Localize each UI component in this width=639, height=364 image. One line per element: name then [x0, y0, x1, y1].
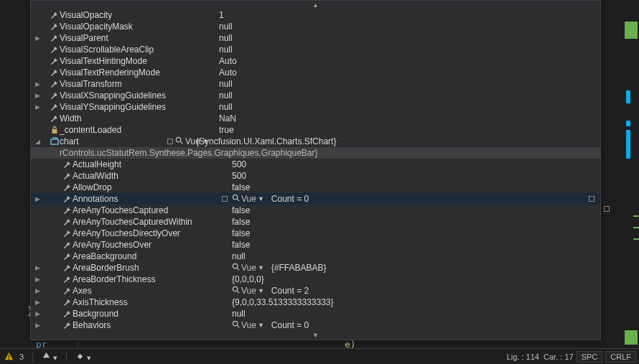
property-row[interactable]: ▶VisualXSnappingGuidelinesnull — [31, 90, 600, 101]
gutter-mark — [626, 121, 630, 126]
property-name: VisualXSnappingGuidelines — [60, 90, 166, 101]
property-value: false — [232, 182, 250, 192]
property-row[interactable]: AreAnyTouchesOverfalse — [31, 239, 600, 251]
property-name: AreAnyTouchesDirectlyOver — [73, 228, 180, 238]
property-value: null — [232, 251, 246, 261]
expander-icon[interactable]: ▶ — [34, 195, 41, 202]
wrench-icon — [50, 103, 60, 111]
expander-icon[interactable]: ▶ — [34, 287, 41, 294]
pin-icon[interactable] — [167, 139, 173, 144]
wrench-icon — [62, 172, 73, 180]
expand-snippet-icon[interactable] — [604, 206, 610, 212]
property-name: Axes — [73, 286, 92, 296]
pin-icon[interactable] — [589, 196, 594, 202]
property-name: VisualTextHintingMode — [60, 56, 147, 66]
wrench-icon — [50, 68, 60, 77]
svg-rect-1 — [51, 139, 58, 144]
property-row[interactable]: ▶Axes Vue ▼Count = 2 — [31, 285, 600, 297]
wrench-icon — [62, 309, 73, 318]
col-label: Car. : — [544, 353, 562, 361]
property-row[interactable]: ▶Behaviors Vue ▼Count = 0 — [31, 319, 600, 331]
indentation-indicator[interactable]: SPC — [577, 351, 603, 363]
property-row[interactable]: ▶VisualYSnappingGuidelinesnull — [31, 101, 600, 113]
property-row[interactable]: ▶VisualParentnull — [31, 32, 600, 44]
property-row[interactable]: ▶Backgroundnull — [31, 308, 600, 319]
expander-icon[interactable]: ▶ — [34, 276, 41, 283]
line-value: 114 — [526, 353, 539, 361]
property-value: 1 — [219, 10, 224, 20]
magnifier-icon[interactable] — [175, 136, 183, 146]
property-value: {#FFABABAB} — [271, 263, 327, 273]
vue-label[interactable]: Vue — [241, 194, 256, 204]
property-name: AreaBackground — [73, 251, 136, 261]
debugger-datatip-panel[interactable]: ▲ VisualOpacity1VisualOpacityMasknull▶Vi… — [30, 0, 601, 340]
property-row[interactable]: VisualScrollableAreaClipnull — [31, 44, 600, 55]
expander-icon[interactable]: ▶ — [34, 92, 41, 99]
property-value: Count = 0 — [271, 320, 309, 330]
expander-icon[interactable]: ▶ — [34, 322, 41, 329]
dropdown-caret-icon[interactable]: ▼ — [258, 287, 264, 294]
pin-icon[interactable] — [222, 196, 228, 202]
warnings-indicator[interactable] — [4, 352, 14, 361]
line-endings-button[interactable]: ▾ — [42, 351, 57, 363]
property-value: Count = 2 — [271, 286, 309, 296]
vue-label[interactable]: Vue — [241, 286, 256, 296]
property-row[interactable]: VisualTextRenderingModeAuto — [31, 67, 600, 78]
property-row[interactable]: ▶Annotations Vue ▼Count = 0 — [31, 193, 600, 205]
property-name: VisualOpacityMask — [60, 22, 133, 32]
dropdown-caret-icon[interactable]: ▼ — [258, 264, 264, 271]
overview-ruler[interactable] — [623, 0, 639, 348]
property-name: AllowDrop — [73, 182, 112, 192]
scroll-down-arrow[interactable]: ▼ — [31, 331, 600, 340]
line-ending-indicator[interactable]: CRLF — [605, 351, 636, 363]
property-row[interactable]: AreAnyTouchesDirectlyOverfalse — [31, 228, 600, 239]
property-row-chart[interactable]: ◢ chart Vue ▼ {Syncfusion.UI.Xaml.Charts… — [31, 136, 600, 147]
magnifier-icon[interactable] — [232, 286, 240, 296]
property-row[interactable]: ActualHeight500 — [31, 159, 600, 170]
vue-label[interactable]: Vue — [241, 263, 256, 273]
separator — [32, 352, 33, 362]
property-row[interactable]: WidthNaN — [31, 113, 600, 124]
property-value: false — [232, 240, 250, 250]
expander-icon[interactable]: ▶ — [34, 34, 41, 42]
wrench-icon — [62, 298, 73, 307]
expander-icon[interactable]: ◢ — [34, 138, 41, 145]
lock-icon — [50, 126, 60, 134]
property-row[interactable]: AreAnyTouchesCapturedWithinfalse — [31, 216, 600, 228]
status-bar: 3 ▾ ▾ Lig. : 114 Car. : 17 SPC CRLF — [0, 348, 639, 364]
dropdown-caret-icon[interactable]: ▼ — [258, 195, 264, 202]
magnifier-icon[interactable] — [232, 320, 240, 330]
property-row[interactable]: VisualOpacity1 — [31, 9, 600, 21]
property-row[interactable]: _contentLoadedtrue — [31, 124, 600, 136]
property-row[interactable]: AreaBackgroundnull — [31, 251, 600, 262]
svg-rect-0 — [52, 129, 57, 134]
svg-rect-7 — [9, 355, 9, 358]
property-row[interactable]: VisualOpacityMasknull — [31, 21, 600, 32]
vue-label[interactable]: Vue — [241, 320, 256, 330]
wrench-icon — [62, 195, 73, 203]
type-path: rControls.ucStatutRem.Synthese.Pages.Gra… — [60, 148, 318, 158]
dropdown-caret-icon[interactable]: ▼ — [258, 322, 264, 329]
property-row[interactable]: ▶AreaBorderThickness{0,0,0,0} — [31, 274, 600, 285]
property-row[interactable]: VisualTextHintingModeAuto — [31, 55, 600, 67]
property-row[interactable]: ActualWidth500 — [31, 170, 600, 182]
expander-icon[interactable]: ▶ — [34, 264, 41, 271]
property-row[interactable]: ▶VisualTransformnull — [31, 78, 600, 90]
expander-icon[interactable]: ▶ — [34, 103, 41, 111]
expander-icon[interactable]: ▶ — [34, 299, 41, 306]
expander-icon[interactable]: ▶ — [34, 310, 41, 317]
magnifier-icon[interactable] — [232, 263, 240, 273]
property-row[interactable]: ▶AreaBorderBrush Vue ▼{#FFABABAB} — [31, 262, 600, 274]
scroll-up-arrow[interactable]: ▲ — [31, 1, 600, 9]
property-row[interactable]: AllowDropfalse — [31, 182, 600, 193]
magnifier-icon[interactable] — [232, 194, 240, 204]
property-value: Auto — [219, 56, 237, 66]
property-name: Width — [60, 113, 82, 123]
expander-icon[interactable]: ▶ — [34, 80, 41, 88]
build-tool-button[interactable]: ▾ — [75, 351, 91, 363]
property-name: VisualTransform — [60, 79, 122, 89]
property-row[interactable]: AreAnyTouchesCapturedfalse — [31, 205, 600, 216]
property-row[interactable]: ▶AxisThickness{9,0,0,33.5133333333333} — [31, 297, 600, 308]
gutter-mark — [626, 90, 630, 103]
wrench-icon — [62, 263, 73, 272]
